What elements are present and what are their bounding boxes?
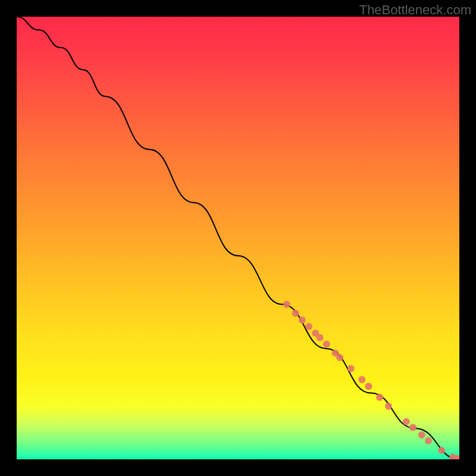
data-point (305, 323, 312, 330)
data-point (418, 431, 425, 439)
data-point (347, 365, 355, 372)
chart-svg (17, 17, 459, 459)
data-point (323, 341, 330, 348)
data-point (365, 383, 372, 390)
data-point (438, 447, 445, 454)
data-point (336, 354, 343, 361)
data-point (376, 394, 383, 401)
chart-plot-area (17, 17, 459, 459)
data-point (299, 317, 306, 324)
data-point (358, 376, 365, 383)
bottleneck-curve (17, 17, 459, 459)
data-point (403, 418, 410, 425)
data-point (283, 301, 290, 308)
data-point (317, 334, 324, 341)
data-point (385, 403, 392, 410)
data-point (425, 437, 432, 444)
data-points-group (283, 301, 459, 459)
data-point (292, 309, 299, 317)
watermark-text: TheBottleneck.com (359, 2, 471, 18)
data-point (409, 424, 416, 431)
